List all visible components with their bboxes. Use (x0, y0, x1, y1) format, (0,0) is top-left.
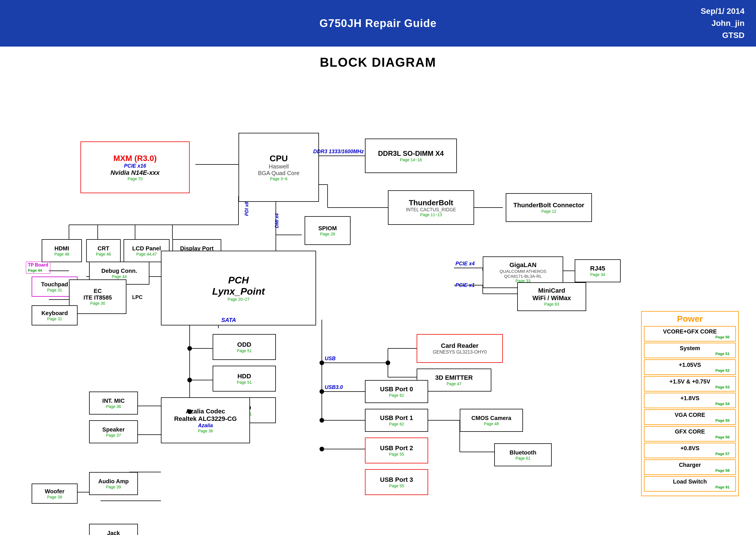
hdmi-label: HDMI (54, 245, 69, 252)
audio-amp-label: Audio Amp (98, 478, 129, 485)
azalia-link: Azalia (198, 423, 213, 429)
mxm-page: Page 70 (127, 177, 143, 181)
ddr-link-label: DDR3 1333/1600MHz (313, 149, 364, 155)
hdd1-label: HDD (237, 373, 251, 380)
power-item-5: VGA COREPage 55 (644, 409, 736, 425)
usb-port2-label: USB Port 2 (380, 444, 413, 452)
woofer-box: Woofer Page 39 (32, 484, 78, 504)
svg-point-57 (319, 389, 324, 394)
debug-label: Debug Conn. (101, 268, 137, 274)
usb-port1-box: USB Port 1 Page 62 (365, 409, 428, 432)
thunderbolt-box: ThunderBolt INTEL CACTUS_RIDGE Page 11~1… (388, 190, 474, 225)
speaker-page: Page 37 (106, 433, 121, 437)
azalia-box: Azalia CodecRealtek ALC3229-CG Azalia Pa… (161, 397, 250, 443)
jack-box: Jack Page 38 (89, 524, 138, 535)
tp-board-label: TP BoardPage 44 (26, 262, 50, 274)
svg-point-53 (187, 346, 192, 351)
svg-point-59 (319, 447, 324, 451)
touchpad-page: Page 31 (47, 288, 62, 292)
header-title: G750JH Repair Guide (98, 17, 658, 30)
usb-port0-page: Page 62 (389, 393, 404, 398)
keyboard-page: Page 31 (47, 317, 62, 321)
azalia-label: Azalia CodecRealtek ALC3229-CG (174, 408, 237, 423)
int-mic-page: Page 36 (106, 404, 121, 409)
crt-label: CRT (97, 245, 109, 252)
crt-box: CRT Page 46 (86, 239, 121, 262)
ec-label: ECITE IT8585 (84, 288, 112, 301)
svg-point-56 (319, 360, 324, 365)
power-title: Power (642, 312, 738, 325)
power-item-9: Load SwitchPage 91 (644, 476, 736, 492)
power-item-3: +1.5V & +0.75VPage 53 (644, 376, 736, 392)
mxm-pcie-link: PCIE x16 (124, 163, 146, 169)
spirom-label: SPIOM (318, 225, 337, 232)
emitter3d-page: Page 47 (446, 381, 462, 386)
minicard-box: MiniCardWiFi / WiMax Page 63 (517, 282, 586, 311)
power-item-8: ChargerPage 58 (644, 459, 736, 475)
cpu-page: Page 3~6 (270, 177, 287, 181)
thunderbolt-label: ThunderBolt (409, 198, 453, 207)
lpc-label: LPC (132, 295, 143, 300)
ddr3-page: Page 14~18 (400, 157, 422, 162)
pch-box: PCHLynx_Point Page 20~27 (161, 251, 316, 325)
ec-page: Page 30 (90, 301, 105, 306)
usb-port3-label: USB Port 3 (380, 476, 413, 484)
dmi-x4-label: DMI x4 (274, 213, 280, 228)
usb-port0-box: USB Port 0 Page 62 (365, 380, 428, 403)
thunderbolt-page: Page 11~13 (420, 212, 442, 217)
int-mic-label: INT. MIC (102, 398, 125, 404)
usb3-label: USB3.0 (325, 384, 343, 390)
woofer-page: Page 39 (47, 495, 62, 499)
diagram-area: MXM (R3.0) PCIE x16 Nvidia N14E-xxx Page… (0, 75, 756, 535)
speaker-box: Speaker Page 37 (89, 420, 138, 443)
spirom-box: SPIOM Page 28 (305, 216, 351, 245)
card-reader-box: Card Reader GENESYS GL3213-OHY0 (417, 334, 503, 363)
power-item-2: +1.05VSPage 52 (644, 359, 736, 375)
usb-port2-page: Page 55 (389, 452, 404, 457)
keyboard-label: Keyboard (41, 310, 68, 317)
thunderbolt-conn-page: Page 12 (541, 209, 556, 213)
hdd1-box: HDD Page 51 (213, 366, 276, 392)
power-item-1: SystemPage 51 (644, 343, 736, 358)
rj45-box: RJ45 Page 34 (575, 259, 621, 282)
thunderbolt-conn-label: ThunderBolt Connector (513, 202, 584, 209)
card-reader-sublabel: GENESYS GL3213-OHY0 (433, 350, 487, 355)
rj45-label: RJ45 (590, 265, 606, 272)
speaker-label: Speaker (102, 426, 125, 433)
usb-label: USB (325, 355, 336, 362)
usb-port3-box: USB Port 3 Page 55 (365, 469, 428, 495)
odd-label: ODD (237, 341, 252, 349)
header-org: GTSD (658, 29, 744, 42)
rj45-page: Page 34 (590, 272, 605, 277)
header-info: Sep/1/ 2014 John_jin GTSD (658, 5, 744, 42)
odd-box: ODD Page 51 (213, 334, 276, 360)
svg-point-58 (319, 418, 324, 423)
cmos-camera-box: CMOS Camera Page 48 (460, 409, 523, 432)
header-date: Sep/1/ 2014 (658, 5, 744, 17)
usb-port1-label: USB Port 1 (380, 414, 413, 422)
pcie-x1-label: PCIE x1 (455, 282, 475, 288)
power-item-6: GFX COREPage 56 (644, 426, 736, 441)
touchpad-label: Touchpad (41, 281, 68, 288)
cmos-camera-page: Page 48 (484, 421, 499, 426)
power-item-7: +0.8VSPage 57 (644, 443, 736, 458)
bluetooth-box: Bluetooth Page 61 (494, 443, 552, 466)
cpu-box: CPU HaswellBGA Quad Core Page 3~6 (238, 133, 319, 202)
crt-page: Page 46 (96, 252, 111, 256)
hdd1-page: Page 51 (237, 380, 252, 385)
ddr3-label: DDR3L SO-DIMM X4 (378, 150, 444, 157)
pch-label: PCHLynx_Point (212, 274, 265, 297)
header-author: John_jin (658, 17, 744, 29)
lcd-label: LCD Panel (132, 245, 161, 252)
header: G750JH Repair Guide Sep/1/ 2014 John_jin… (0, 0, 756, 46)
hdmi-page: Page 48 (54, 252, 69, 256)
gigalan-sublabel: QUALCOMM ATHEROSQCA8171-BL3A-RL (500, 269, 546, 279)
mxm-label: MXM (R3.0) (114, 154, 157, 163)
thunderbolt-conn-box: ThunderBolt Connector Page 12 (506, 193, 592, 222)
svg-point-54 (187, 378, 192, 382)
spirom-page: Page 28 (320, 232, 335, 236)
minicard-page: Page 63 (544, 302, 559, 306)
sata-label: SATA (221, 317, 236, 324)
gigalan-label: GigaLAN (509, 261, 536, 269)
usb-port0-label: USB Port 0 (380, 385, 413, 393)
